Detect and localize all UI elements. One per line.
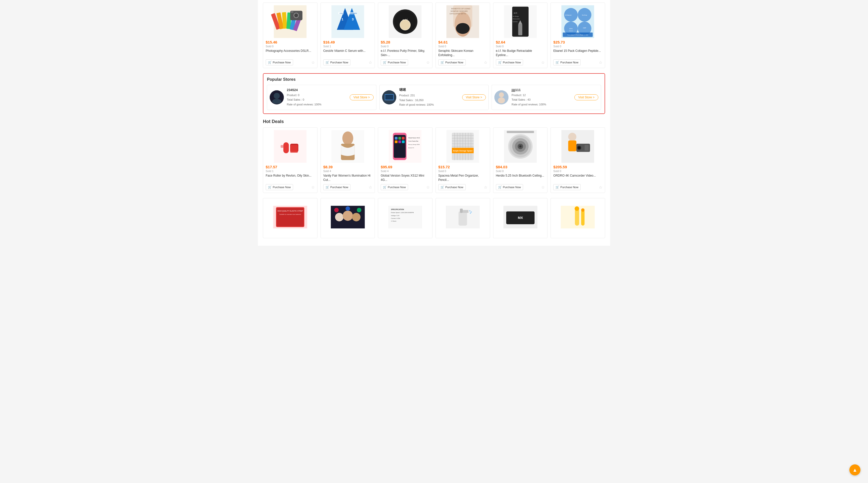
- purchase-button[interactable]: 🛒 Purchase Now: [553, 184, 581, 190]
- purchase-button[interactable]: 🛒 Purchase Now: [496, 59, 523, 65]
- page-container: $15.46 Sold 0 Photography Accessories DS…: [258, 0, 610, 246]
- product-sold: Sold 0: [496, 169, 545, 172]
- purchase-button[interactable]: 🛒 Purchase Now: [438, 59, 466, 65]
- purchase-button[interactable]: 🛒 Purchase Now: [438, 184, 466, 190]
- popular-stores-section: Popular Stores 234524 Product: 0 To: [263, 73, 605, 114]
- store-avatar: [270, 90, 284, 104]
- product-actions: 🛒 Purchase Now ☆: [323, 184, 372, 190]
- wishlist-star[interactable]: ☆: [484, 185, 487, 190]
- product-actions: 🛒 Purchase Now ☆: [553, 59, 602, 65]
- wishlist-star[interactable]: ☆: [311, 60, 315, 65]
- wishlist-star[interactable]: ☆: [311, 185, 315, 190]
- svg-point-9: [294, 13, 298, 18]
- product-sold: Sold 0: [438, 169, 487, 172]
- visit-store-button[interactable]: Visit Store >: [462, 94, 486, 100]
- svg-point-63: [498, 97, 505, 103]
- wishlist-star[interactable]: ☆: [484, 60, 487, 65]
- product-image: Model Name XS12 Form Factor Bar Memory S…: [381, 130, 430, 163]
- svg-point-124: [352, 213, 361, 221]
- svg-point-127: [357, 208, 361, 212]
- product-actions: 🛒 Purchase Now ☆: [266, 184, 315, 190]
- visit-store-button[interactable]: Visit Store >: [350, 94, 374, 100]
- purchase-label: Purchase Now: [273, 186, 291, 189]
- product-actions: 🛒 Purchase Now ☆: [266, 59, 315, 65]
- product-price: $15.72: [438, 165, 487, 169]
- purchase-label: Purchase Now: [388, 186, 406, 189]
- cart-icon: 🛒: [440, 185, 444, 189]
- svg-text:Rotate Speed: 1100/1300/1500RP: Rotate Speed: 1100/1300/1500RPM: [391, 212, 414, 213]
- svg-text:CERAMIDE: CERAMIDE: [339, 12, 347, 14]
- product-price: $15.46: [266, 40, 315, 44]
- purchase-button[interactable]: 🛒 Purchase Now: [381, 184, 408, 190]
- product-image: CERAMIDE CERAMIDE 1 3: [323, 5, 372, 38]
- svg-text:Memory Storage 32GB: Memory Storage 32GB: [409, 144, 420, 145]
- wishlist-star[interactable]: ☆: [426, 60, 430, 65]
- svg-text:Ample Storage Space: Ample Storage Space: [453, 150, 472, 152]
- product-sold: Sold 0: [496, 45, 545, 48]
- product-sold: Sold 0: [553, 45, 602, 48]
- store-avatar: [382, 90, 396, 104]
- svg-rect-78: [395, 140, 398, 143]
- wishlist-star[interactable]: ☆: [599, 185, 602, 190]
- popular-stores-title: Popular Stores: [267, 77, 601, 82]
- purchase-label: Purchase Now: [330, 61, 348, 64]
- svg-text:HIGH QUALITY ELASTIC STRAP: HIGH QUALITY ELASTIC STRAP: [277, 210, 303, 212]
- cart-icon: 🛒: [556, 61, 559, 64]
- purchase-label: Purchase Now: [560, 186, 579, 189]
- svg-text:CERAMIDE: CERAMIDE: [350, 12, 357, 14]
- wishlist-star[interactable]: ☆: [369, 60, 372, 65]
- svg-rect-80: [402, 140, 405, 143]
- wishlist-star[interactable]: ☆: [426, 185, 430, 190]
- product-name: Spacrea Metal Pen Organizer, Pencil...: [438, 173, 487, 182]
- wishlist-star[interactable]: ☆: [599, 60, 602, 65]
- store-name: 234524: [287, 88, 347, 92]
- stores-grid: 234524 Product: 0 Total Sales : 0 Rate o…: [267, 85, 601, 110]
- product-image: MX: [496, 201, 545, 233]
- svg-point-147: [575, 206, 579, 211]
- product-sold: Sold 1: [323, 45, 372, 48]
- cart-icon: 🛒: [556, 185, 559, 189]
- purchase-label: Purchase Now: [503, 186, 521, 189]
- svg-text:SPECIFICATION: SPECIFICATION: [391, 208, 404, 210]
- purchase-button[interactable]: 🛒 Purchase Now: [381, 59, 408, 65]
- svg-rect-146: [581, 210, 585, 226]
- product-price: $4.61: [438, 40, 487, 44]
- product-actions: 🛒 Purchase Now ☆: [323, 59, 372, 65]
- svg-point-110: [568, 133, 577, 141]
- wishlist-star[interactable]: ☆: [369, 185, 372, 190]
- svg-text:Model Name XS12: Model Name XS12: [409, 137, 420, 139]
- store-info: jjjj111 Product: 12 Total Sales : 43 Rat…: [512, 88, 571, 107]
- product-image: [323, 130, 372, 163]
- purchase-button[interactable]: 🛒 Purchase Now: [266, 184, 293, 190]
- bottom-products-grid: HIGH QUALITY ELASTIC STRAP Suitable for …: [263, 198, 605, 238]
- cart-icon: 🛒: [268, 61, 272, 64]
- store-avatar: [494, 90, 508, 104]
- purchase-button[interactable]: 🛒 Purchase Now: [496, 184, 523, 190]
- product-price: $17.57: [266, 165, 315, 169]
- wishlist-star[interactable]: ☆: [541, 185, 545, 190]
- wishlist-star[interactable]: ☆: [541, 60, 545, 65]
- product-card: $17.57 Sold 1 Face Roller by Revlon, Oil…: [263, 127, 317, 193]
- purchase-button[interactable]: 🛒 Purchase Now: [553, 59, 581, 65]
- purchase-button[interactable]: 🛒 Purchase Now: [266, 59, 293, 65]
- product-name: Ebanel 15 Pack Collagen Peptide...: [553, 49, 602, 57]
- svg-text:100%: 100%: [569, 28, 573, 29]
- product-actions: 🛒 Purchase Now ☆: [381, 59, 430, 65]
- product-price: $8.39: [323, 165, 372, 169]
- product-price: $25.73: [553, 40, 602, 44]
- product-actions: 🛒 Purchase Now ☆: [496, 59, 545, 65]
- product-image: e.l.f. No Budge Retractable Eyeliner: [496, 5, 545, 38]
- svg-rect-111: [568, 140, 577, 151]
- product-price: $16.49: [323, 40, 372, 44]
- cart-icon: 🛒: [326, 61, 329, 64]
- svg-text:Suitable for standard size bat: Suitable for standard size batteries: [279, 214, 301, 215]
- hot-deals-section: Hot Deals $17.57 Sold 1 F: [263, 119, 605, 193]
- product-card: Model Name XS12 Form Factor Bar Memory S…: [378, 127, 433, 193]
- purchase-button[interactable]: 🛒 Purchase Now: [323, 59, 351, 65]
- product-image: [266, 5, 315, 38]
- svg-rect-115: [585, 145, 589, 151]
- visit-store-button[interactable]: Visit Store >: [575, 94, 598, 100]
- svg-text:4.72inch: 4.72inch: [391, 220, 396, 222]
- purchase-button[interactable]: 🛒 Purchase Now: [323, 184, 351, 190]
- cart-icon: 🛒: [383, 185, 387, 189]
